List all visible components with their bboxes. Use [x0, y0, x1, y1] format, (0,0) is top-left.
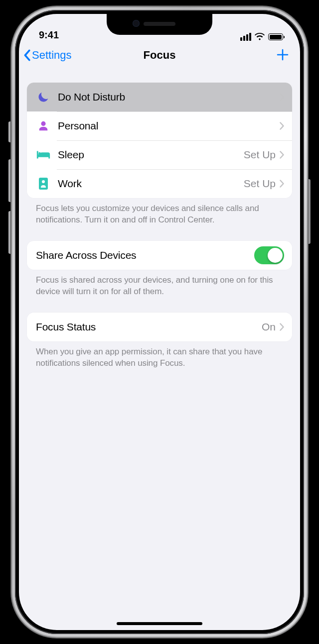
svg-rect-1 — [39, 178, 48, 190]
notch — [107, 14, 212, 35]
chevron-right-icon — [280, 180, 284, 188]
chevron-right-icon — [280, 93, 284, 101]
home-indicator[interactable] — [117, 622, 202, 625]
do-not-disturb-icon — [36, 90, 51, 105]
svg-point-0 — [38, 152, 41, 155]
share-across-devices-row[interactable]: Share Across Devices — [27, 241, 292, 270]
focus-modes-footer: Focus lets you customize your devices an… — [27, 198, 292, 226]
focus-status-label: Focus Status — [36, 321, 262, 333]
personal-icon — [36, 118, 51, 133]
focus-row-detail: Set Up — [244, 178, 276, 190]
focus-row-do-not-disturb[interactable]: Do Not Disturb — [27, 83, 292, 111]
focus-status-group: Focus Status On — [27, 313, 292, 341]
share-label: Share Across Devices — [36, 249, 254, 261]
focus-row-label: Work — [58, 178, 244, 190]
focus-modes-group: Do Not DisturbPersonalSleepSet UpWorkSet… — [27, 83, 292, 198]
sleep-icon — [36, 147, 51, 162]
back-label: Settings — [32, 49, 72, 62]
work-icon — [36, 176, 51, 191]
svg-point-2 — [42, 180, 45, 183]
share-toggle[interactable] — [254, 246, 284, 264]
share-devices-footer: Focus is shared across your devices, and… — [27, 270, 292, 298]
screen: 9:41 Settings Focus Do Not DisturbPerson… — [19, 14, 300, 630]
focus-row-work[interactable]: WorkSet Up — [27, 169, 292, 198]
focus-status-value: On — [262, 321, 276, 333]
focus-row-label: Sleep — [58, 149, 244, 161]
focus-row-label: Do Not Disturb — [58, 91, 280, 103]
plus-icon — [276, 48, 289, 61]
status-time: 9:41 — [39, 29, 59, 41]
battery-icon — [268, 33, 283, 40]
chevron-right-icon — [280, 323, 284, 331]
focus-row-label: Personal — [58, 120, 280, 132]
focus-status-footer: When you give an app permission, it can … — [27, 341, 292, 369]
cellular-icon — [240, 33, 251, 41]
chevron-left-icon — [23, 49, 31, 61]
focus-row-sleep[interactable]: SleepSet Up — [27, 140, 292, 169]
nav-bar: Settings Focus — [19, 42, 300, 69]
focus-status-row[interactable]: Focus Status On — [27, 313, 292, 341]
focus-row-personal[interactable]: Personal — [27, 111, 292, 140]
wifi-icon — [255, 33, 265, 41]
share-devices-group: Share Across Devices — [27, 241, 292, 270]
add-focus-button[interactable] — [273, 47, 292, 64]
focus-row-detail: Set Up — [244, 149, 276, 161]
back-button[interactable]: Settings — [23, 49, 72, 62]
chevron-right-icon — [280, 151, 284, 159]
chevron-right-icon — [280, 122, 284, 130]
